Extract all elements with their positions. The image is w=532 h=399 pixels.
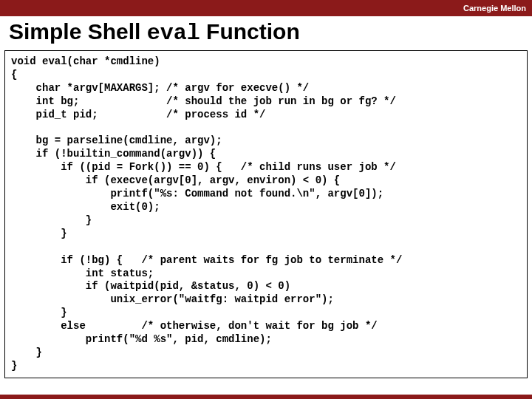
header-bar: Carnegie Mellon [0,0,532,16]
title-prefix: Simple Shell [9,19,147,44]
title-code: eval [147,21,200,46]
slide-title: Simple Shell eval Function [0,16,532,50]
footer-bar [0,395,532,399]
code-listing: void eval(char *cmdline) { char *argv[MA… [4,50,528,378]
title-suffix: Function [200,19,300,44]
institution-label: Carnegie Mellon [463,4,526,13]
